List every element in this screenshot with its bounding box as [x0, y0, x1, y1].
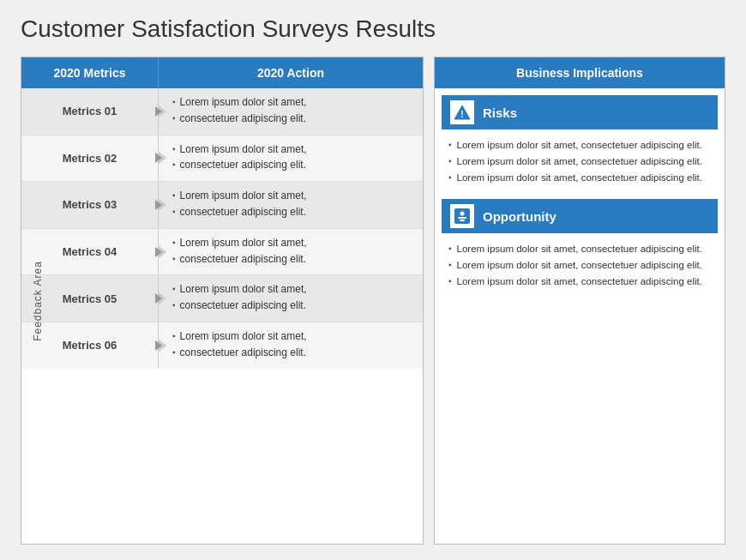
- arrow-connector: [158, 292, 166, 305]
- arrow-connector: [158, 339, 166, 352]
- table-row: Metrics 03 Lorem ipsum dolor sit amet,co…: [21, 182, 423, 229]
- risks-section: ! Risks Lorem ipsum dolor sit amet, cons…: [435, 88, 725, 192]
- arrow-connector: [158, 198, 166, 212]
- risks-list: Lorem ipsum dolor sit amet, consectetuer…: [448, 138, 714, 184]
- list-item: Lorem ipsum dolor sit amet, consectetuer…: [448, 274, 714, 288]
- opportunity-bullets: Lorem ipsum dolor sit amet, consectetuer…: [435, 238, 725, 296]
- list-item: consectetuer adipiscing elit.: [172, 298, 414, 313]
- arrow-connector: [158, 245, 166, 259]
- metrics-table-body: Metrics 01 Lorem ipsum dolor sit amet,co…: [21, 88, 423, 369]
- table-row: Metrics 06 Lorem ipsum dolor sit amet,co…: [21, 322, 423, 369]
- table-row: Metrics 04 Lorem ipsum dolor sit amet,co…: [21, 229, 423, 276]
- opportunity-list: Lorem ipsum dolor sit amet, consectetuer…: [448, 242, 714, 288]
- list-item: consectetuer adipiscing elit.: [172, 111, 414, 126]
- metric-label: Metrics 04: [21, 229, 159, 275]
- list-item: consectetuer adipiscing elit.: [172, 346, 414, 360]
- opportunity-title: Opportunity: [483, 209, 556, 224]
- svg-point-3: [460, 212, 465, 216]
- list-item: Lorem ipsum dolor sit amet, consectetuer…: [448, 154, 714, 168]
- metric-label: Metrics 05: [21, 275, 159, 322]
- action-cell: Lorem ipsum dolor sit amet,consectetuer …: [159, 135, 423, 182]
- action-cell: Lorem ipsum dolor sit amet,consectetuer …: [159, 182, 423, 228]
- page-title: Customer Satisfaction Surveys Results: [21, 15, 725, 43]
- opportunity-title-bar: Opportunity: [442, 199, 718, 233]
- metric-label: Metrics 01: [21, 88, 159, 135]
- right-panel-header: Business Implications: [435, 57, 725, 88]
- arrow-connector: [158, 151, 166, 165]
- list-item: Lorem ipsum dolor sit amet, consectetuer…: [448, 242, 714, 256]
- risks-bullets: Lorem ipsum dolor sit amet, consectetuer…: [435, 135, 725, 192]
- action-cell: Lorem ipsum dolor sit amet,consectetuer …: [159, 275, 423, 322]
- left-panel: Feedback Area 2020 Metrics 2020 Action M…: [21, 57, 424, 545]
- svg-rect-4: [458, 217, 466, 219]
- left-table-header: 2020 Metrics 2020 Action: [21, 57, 423, 88]
- list-item: consectetuer adipiscing elit.: [172, 205, 414, 220]
- action-cell: Lorem ipsum dolor sit amet,consectetuer …: [159, 229, 423, 275]
- list-item: Lorem ipsum dolor sit amet,: [172, 236, 414, 250]
- action-header: 2020 Action: [159, 57, 423, 88]
- content-area: Feedback Area 2020 Metrics 2020 Action M…: [21, 57, 725, 545]
- risks-icon: !: [450, 100, 474, 124]
- table-row: Metrics 05 Lorem ipsum dolor sit amet,co…: [21, 275, 423, 322]
- list-item: Lorem ipsum dolor sit amet,: [172, 142, 414, 157]
- list-item: Lorem ipsum dolor sit amet, consectetuer…: [448, 171, 714, 184]
- opportunity-section: Opportunity Lorem ipsum dolor sit amet, …: [435, 192, 725, 296]
- metrics-header: 2020 Metrics: [21, 57, 159, 88]
- metric-label: Metrics 06: [21, 322, 159, 369]
- opportunity-icon: [450, 204, 474, 228]
- list-item: Lorem ipsum dolor sit amet,: [172, 329, 414, 344]
- svg-rect-2: [454, 208, 470, 224]
- list-item: consectetuer adipiscing elit.: [172, 252, 414, 267]
- action-cell: Lorem ipsum dolor sit amet,consectetuer …: [159, 322, 423, 369]
- list-item: Lorem ipsum dolor sit amet, consectetuer…: [448, 138, 714, 152]
- action-cell: Lorem ipsum dolor sit amet,consectetuer …: [159, 88, 423, 135]
- list-item: Lorem ipsum dolor sit amet,: [172, 282, 414, 297]
- risks-title-bar: ! Risks: [442, 95, 718, 129]
- arrow-connector: [158, 105, 166, 118]
- svg-text:!: !: [460, 110, 463, 119]
- list-item: Lorem ipsum dolor sit amet, consectetuer…: [448, 258, 714, 272]
- list-item: Lorem ipsum dolor sit amet,: [172, 95, 414, 110]
- list-item: Lorem ipsum dolor sit amet,: [172, 189, 414, 203]
- list-item: consectetuer adipiscing elit.: [172, 158, 414, 172]
- page: Customer Satisfaction Surveys Results Fe…: [0, 0, 746, 560]
- right-panel: Business Implications ! Risks Lorem ipsu…: [434, 57, 725, 545]
- risks-title: Risks: [483, 105, 517, 120]
- table-row: Metrics 01 Lorem ipsum dolor sit amet,co…: [21, 88, 423, 135]
- metric-label: Metrics 02: [21, 135, 159, 182]
- metric-label: Metrics 03: [21, 182, 159, 228]
- table-row: Metrics 02 Lorem ipsum dolor sit amet,co…: [21, 135, 423, 183]
- svg-rect-5: [460, 220, 465, 221]
